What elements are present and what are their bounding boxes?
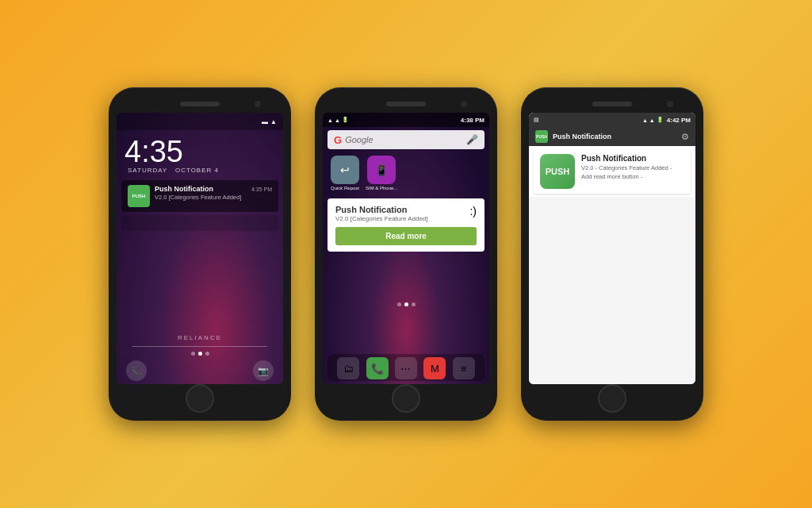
speaker-1 <box>180 102 220 106</box>
quick-repost-icon: ↩ <box>331 156 359 184</box>
battery-icon-3: 🔋 <box>657 117 664 123</box>
dot2-1 <box>397 302 401 306</box>
lock-status-bar: ▬ ▲ <box>117 113 283 130</box>
lock-date: SATURDAY OCTOBER 4 <box>117 167 283 177</box>
home-button-2[interactable] <box>392 384 420 413</box>
dock-icon-menu[interactable]: ≡ <box>453 357 475 379</box>
camera-2 <box>461 101 467 107</box>
app-grid-2: ↩ Quick Repost 📱 SIM & Phone... <box>323 152 489 194</box>
sim-phone-label: SIM & Phone... <box>366 186 397 190</box>
lock-day: SATURDAY <box>128 167 167 174</box>
speaker-2 <box>386 102 426 106</box>
popup-notification-2: :) Push Notification V2.0 [Categories Fe… <box>327 198 485 252</box>
notif-icon-1: PUSH <box>128 185 150 207</box>
phone-2-screen: ▲ ▲ 🔋 4:38 PM G Google 🎤 ↩ Quick Repost … <box>323 113 489 384</box>
lock-date-text: OCTOBER 4 <box>175 167 219 174</box>
phone-3: ▤ ▲ ▲ 🔋 4:42 PM PUSH Push Notification ⚙… <box>521 87 703 421</box>
home-dock-2: 🗂 📞 ⋯ M ≡ <box>327 354 485 381</box>
dock-icon-gmail[interactable]: M <box>423 357 446 379</box>
popup-sub-2: V2.0 [Categories Feature Added] <box>335 215 477 222</box>
app-quick-repost[interactable]: ↩ Quick Repost <box>331 156 359 190</box>
home-button-1[interactable] <box>186 384 214 413</box>
notif-card-3: PUSH Push Notification V2.0 - Categories… <box>534 149 691 194</box>
signal-icon-1: ▬ <box>262 118 268 125</box>
quick-repost-label: Quick Repost <box>331 186 359 190</box>
camera-3 <box>667 101 673 107</box>
notif-rest-3 <box>529 197 695 384</box>
phone-2: ▲ ▲ 🔋 4:38 PM G Google 🎤 ↩ Quick Repost … <box>315 87 497 421</box>
phone-2-top <box>323 95 489 113</box>
wifi-icon-3: ▲ <box>642 117 648 123</box>
notif-card-content-3: Push Notification V2.0 - Categories Feat… <box>581 154 684 189</box>
dot-2-active <box>198 352 202 356</box>
push-icon-text-3: PUSH <box>546 167 570 176</box>
carrier-line <box>132 346 267 347</box>
carrier-area: RELIANCE <box>117 334 283 352</box>
notif-time-1: 4:35 PM <box>251 187 272 192</box>
status-time-3: 4:42 PM <box>667 117 691 124</box>
notif-line1-3: V2.0 - Categories Feature Added - <box>581 164 672 171</box>
phone-2-bottom <box>323 384 489 413</box>
notif-title-1: Push Notification <box>155 185 213 193</box>
dock-icon-phone[interactable]: 📞 <box>366 357 389 379</box>
android-status-bar-2: ▲ ▲ 🔋 4:38 PM <box>323 113 489 127</box>
battery-icon-2: 🔋 <box>342 117 349 123</box>
notif-card-title-3: Push Notification <box>581 154 684 163</box>
dot-3 <box>205 352 209 356</box>
search-text-2: Google <box>345 135 373 144</box>
wifi-icon-1: ▲ <box>270 118 277 125</box>
status-icons-2: ▲ ▲ 🔋 <box>327 117 349 123</box>
repost-icon-symbol: ↩ <box>340 164 350 176</box>
lock-dots <box>117 352 283 356</box>
lock-bottom-bar: 📞 📷 <box>117 360 283 384</box>
notif-title-row-1: Push Notification 4:35 PM <box>155 185 272 193</box>
notif-header-3: PUSH Push Notification ⚙ <box>529 127 695 146</box>
notif-content-1: Push Notification 4:35 PM V2.0 [Categori… <box>155 185 272 201</box>
signal-icon-2: ▲ <box>335 117 340 123</box>
lock-camera-icon: 📷 <box>253 360 274 381</box>
phone-3-top <box>529 95 695 113</box>
lock-notification: PUSH Push Notification 4:35 PM V2.0 [Cat… <box>121 180 278 212</box>
lock-phone-icon: 📞 <box>126 360 147 381</box>
dock-icon-contacts[interactable]: 🗂 <box>337 357 359 379</box>
read-more-button[interactable]: Read more <box>335 227 477 245</box>
signal-icon-3: ▲ <box>649 117 655 123</box>
status-time-2: 4:38 PM <box>461 117 485 124</box>
phone-1: ▬ ▲ 4:35 SATURDAY OCTOBER 4 PUSH Push No… <box>109 87 291 421</box>
notif-icon-text-1: PUSH <box>132 194 146 198</box>
home-button-3[interactable] <box>598 384 626 413</box>
speaker-3 <box>592 102 632 106</box>
notif-status-bar-3: ▤ ▲ ▲ 🔋 4:42 PM <box>529 113 695 127</box>
camera-1 <box>255 101 261 107</box>
dot-1 <box>191 352 195 356</box>
phone-1-bottom <box>117 384 283 413</box>
sim-icon-symbol: 📱 <box>375 164 388 176</box>
more-notif-1 <box>121 215 278 231</box>
push-icon-big-3: PUSH <box>540 154 575 189</box>
dot2-2 <box>404 302 408 306</box>
mic-icon-2: 🎤 <box>466 134 478 145</box>
popup-emoji: :) <box>469 205 477 217</box>
gear-icon-3[interactable]: ⚙ <box>681 132 689 142</box>
notif-header-title-3: Push Notification <box>553 133 676 140</box>
phone-1-top <box>117 95 283 113</box>
lock-time: 4:35 <box>117 130 283 167</box>
dock-icon-apps[interactable]: ⋯ <box>395 357 417 379</box>
notification-icon-3: ▤ <box>534 117 539 123</box>
phone-1-screen: ▬ ▲ 4:35 SATURDAY OCTOBER 4 PUSH Push No… <box>117 113 283 384</box>
search-bar-2[interactable]: G Google 🎤 <box>327 130 485 149</box>
status-icons-1: ▬ ▲ <box>262 118 277 125</box>
google-g-logo: G <box>334 134 342 146</box>
notif-sub-1: V2.0 [Categories Feature Added] <box>155 194 272 201</box>
status-icons-3: ▲ ▲ 🔋 <box>642 117 664 123</box>
phone-3-bottom <box>529 384 695 413</box>
app-sim-phone[interactable]: 📱 SIM & Phone... <box>366 156 397 190</box>
phone-3-screen: ▤ ▲ ▲ 🔋 4:42 PM PUSH Push Notification ⚙… <box>529 113 695 384</box>
notif-line2-3: Add read more button - <box>581 173 642 180</box>
popup-title-2: Push Notification <box>335 205 477 214</box>
notif-header-icon-3: PUSH <box>535 130 548 143</box>
wifi-icon-2: ▲ <box>327 117 333 123</box>
notif-card-sub-3: V2.0 - Categories Feature Added - Add re… <box>581 164 684 181</box>
dot2-3 <box>412 302 416 306</box>
page-dots-2 <box>323 302 489 306</box>
